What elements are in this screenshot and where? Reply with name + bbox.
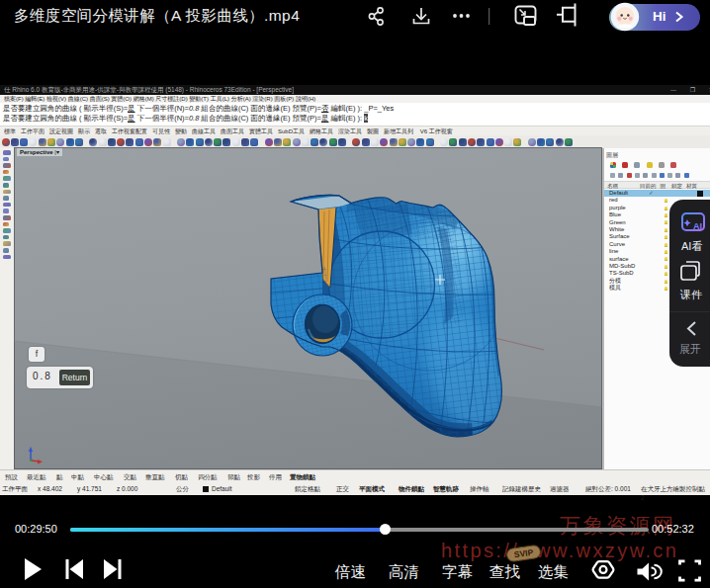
- svg-text:展开: 展开: [679, 343, 701, 355]
- svg-text:AI看: AI看: [681, 240, 702, 252]
- svg-text:AI: AI: [693, 221, 702, 231]
- svg-text:课件: 课件: [679, 289, 702, 300]
